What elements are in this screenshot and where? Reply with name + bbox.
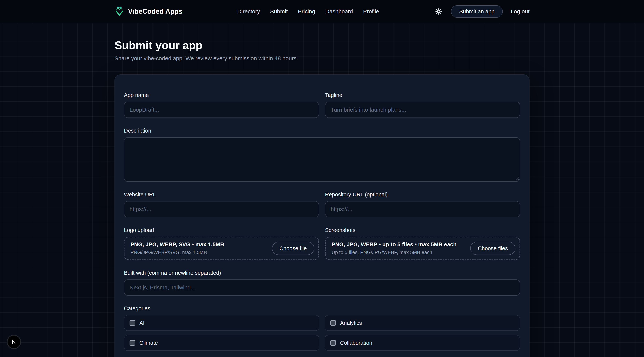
top-nav-bar: VibeCoded Apps Directory Submit Pricing … <box>0 0 644 23</box>
submit-app-form-card: App name Tagline Description Website URL <box>114 74 530 357</box>
checkbox-ai[interactable] <box>130 320 135 326</box>
choose-files-button[interactable]: Choose files <box>470 242 516 255</box>
repo-url-input[interactable] <box>325 201 520 217</box>
nav-link-dashboard[interactable]: Dashboard <box>326 8 353 15</box>
app-name-label: App name <box>124 92 319 98</box>
categories-label: Categories <box>124 306 520 312</box>
page-title: Submit your app <box>114 39 530 52</box>
category-option-ai[interactable]: AI <box>124 315 319 331</box>
main-content: Submit your app Share your vibe-coded ap… <box>0 39 644 357</box>
category-label-ai: AI <box>139 320 144 326</box>
theme-toggle-button[interactable] <box>434 7 443 16</box>
app-name-group: App name <box>124 92 319 118</box>
logo-upload-label: Logo upload <box>124 227 319 233</box>
tagline-label: Tagline <box>325 92 520 98</box>
category-label-climate: Climate <box>139 340 158 346</box>
description-textarea[interactable] <box>124 137 520 182</box>
brand-name: VibeCoded Apps <box>128 8 182 16</box>
checkbox-climate[interactable] <box>130 340 135 346</box>
nav-link-submit[interactable]: Submit <box>270 8 288 15</box>
built-with-label: Built with (comma or newline separated) <box>124 270 520 276</box>
checkbox-analytics[interactable] <box>330 320 336 326</box>
repo-url-label: Repository URL (optional) <box>325 192 520 198</box>
submit-an-app-button[interactable]: Submit an app <box>451 5 503 18</box>
logo-upload-formats: PNG, JPG, WEBP, SVG • max 1.5MB <box>130 242 224 248</box>
main-nav: Directory Submit Pricing Dashboard Profi… <box>182 8 434 15</box>
tagline-input[interactable] <box>325 102 520 118</box>
nav-link-profile[interactable]: Profile <box>363 8 379 15</box>
description-label: Description <box>124 128 520 134</box>
brand[interactable]: VibeCoded Apps <box>114 6 182 17</box>
logo-upload-group: Logo upload PNG, JPG, WEBP, SVG • max 1.… <box>124 227 319 260</box>
repo-url-group: Repository URL (optional) <box>325 192 520 217</box>
category-label-collaboration: Collaboration <box>340 340 372 346</box>
website-url-group: Website URL <box>124 192 319 217</box>
nextjs-n-icon <box>10 338 18 346</box>
description-group: Description <box>124 128 520 182</box>
website-url-label: Website URL <box>124 192 319 198</box>
logo-upload-dropzone[interactable]: PNG, JPG, WEBP, SVG • max 1.5MB PNG/JPG/… <box>124 237 319 260</box>
screenshots-hint: Up to 5 files, PNG/JPG/WEBP, max 5MB eac… <box>332 250 457 255</box>
screenshots-dropzone[interactable]: PNG, JPG, WEBP • up to 5 files • max 5MB… <box>325 237 520 260</box>
built-with-group: Built with (comma or newline separated) <box>124 270 520 296</box>
screenshots-group: Screenshots PNG, JPG, WEBP • up to 5 fil… <box>325 227 520 260</box>
app-name-input[interactable] <box>124 102 319 118</box>
page-subtitle: Share your vibe-coded app. We review eve… <box>114 55 530 62</box>
website-url-input[interactable] <box>124 201 319 217</box>
logout-link[interactable]: Log out <box>511 8 530 15</box>
categories-group: Categories AI Analytics Climate <box>124 306 520 351</box>
built-with-input[interactable] <box>124 280 520 296</box>
category-option-collaboration[interactable]: Collaboration <box>325 335 520 351</box>
tagline-group: Tagline <box>325 92 520 118</box>
checkbox-collaboration[interactable] <box>330 340 336 346</box>
screenshots-formats: PNG, JPG, WEBP • up to 5 files • max 5MB… <box>332 242 457 248</box>
logo-upload-hint: PNG/JPG/WEBP/SVG, max 1.5MB <box>130 250 224 255</box>
choose-file-button[interactable]: Choose file <box>272 242 314 255</box>
category-option-climate[interactable]: Climate <box>124 335 319 351</box>
vibecoded-logo-icon <box>114 6 124 17</box>
nav-link-directory[interactable]: Directory <box>237 8 260 15</box>
sun-icon <box>435 8 442 15</box>
nav-link-pricing[interactable]: Pricing <box>298 8 315 15</box>
category-option-analytics[interactable]: Analytics <box>325 315 520 331</box>
screenshots-label: Screenshots <box>325 227 520 233</box>
category-label-analytics: Analytics <box>340 320 362 326</box>
nextjs-dev-badge[interactable] <box>7 335 21 349</box>
